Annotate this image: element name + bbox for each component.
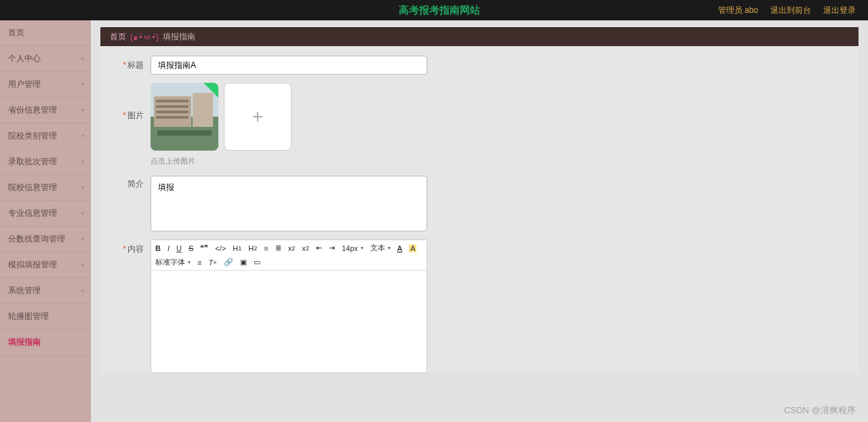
svg-rect-4 — [156, 100, 189, 102]
italic-icon[interactable]: I — [167, 244, 170, 252]
chevron-down-icon: ▾ — [81, 107, 84, 113]
chevron-down-icon: ▾ — [81, 236, 84, 242]
unordered-list-icon[interactable]: ≣ — [275, 244, 281, 252]
svg-rect-7 — [156, 116, 189, 119]
chevron-down-icon: ▾ — [81, 133, 84, 139]
sidebar-item-label: 分数线查询管理 — [8, 233, 65, 245]
svg-rect-6 — [156, 111, 189, 113]
sidebar-item-label: 轮播图管理 — [8, 311, 49, 322]
uploaded-thumbnail[interactable] — [151, 83, 218, 151]
sidebar-item-label: 模拟填报管理 — [8, 259, 57, 271]
intro-label: 简介 — [127, 179, 144, 189]
sidebar-item-school-info[interactable]: 院校信息管理▾ — [0, 175, 91, 201]
intro-textarea[interactable]: 填报 — [151, 176, 427, 231]
video-icon[interactable]: ▭ — [254, 258, 260, 267]
subscript-icon[interactable]: x2 — [288, 244, 296, 252]
ordered-list-icon[interactable]: ≡ — [264, 244, 268, 252]
bold-icon[interactable]: B — [155, 244, 161, 252]
svg-rect-5 — [156, 105, 189, 108]
chevron-down-icon: ▾ — [81, 262, 84, 268]
sidebar-item-label: 首页 — [8, 27, 24, 39]
site-title: 高考报考指南网站 — [399, 4, 480, 17]
h2-icon[interactable]: H2 — [248, 244, 257, 252]
font-color-icon[interactable]: A — [397, 244, 402, 252]
sidebar-item-label: 院校信息管理 — [8, 182, 57, 193]
font-size-select[interactable]: 14px▾ — [342, 244, 363, 252]
title-input[interactable] — [151, 56, 427, 75]
chevron-down-icon: ▾ — [81, 210, 84, 216]
sidebar: 首页 个人中心▾ 用户管理▾ 省份信息管理▾ 院校类别管理▾ 录取批次管理▾ 院… — [0, 20, 91, 422]
chevron-down-icon: ▾ — [81, 288, 84, 294]
strike-icon[interactable]: S — [189, 244, 193, 252]
sidebar-item-score[interactable]: 分数线查询管理▾ — [0, 227, 91, 252]
success-badge-icon — [203, 83, 218, 98]
logout-link[interactable]: 退出登录 — [823, 5, 856, 16]
sidebar-item-label: 系统管理 — [8, 285, 41, 296]
font-family-select[interactable]: 标准字体▾ — [155, 257, 191, 267]
breadcrumb-current: 填报指南 — [163, 31, 195, 43]
rich-editor: B I U S ❝❞ </> H1 H2 ≡ ≣ x2 x2 ⇤ ⇥ 14px▾… — [151, 239, 427, 373]
sidebar-item-label: 省份信息管理 — [8, 104, 57, 116]
upload-hint: 点击上传图片 — [151, 156, 849, 166]
outdent-icon[interactable]: ⇥ — [329, 244, 335, 252]
chevron-down-icon: ▾ — [81, 159, 84, 165]
plus-icon: + — [252, 106, 263, 128]
admin-label[interactable]: 管理员 abo — [718, 5, 758, 16]
sidebar-item-carousel[interactable]: 轮播图管理 — [0, 304, 91, 330]
editor-toolbar: B I U S ❝❞ </> H1 H2 ≡ ≣ x2 x2 ⇤ ⇥ 14px▾… — [151, 240, 427, 271]
clear-format-icon[interactable]: T× — [208, 258, 216, 267]
to-front-link[interactable]: 退出到前台 — [770, 5, 811, 16]
sidebar-item-profile[interactable]: 个人中心▾ — [0, 46, 91, 72]
underline-icon[interactable]: U — [176, 244, 182, 252]
sidebar-item-label: 院校类别管理 — [8, 130, 57, 142]
breadcrumb-home[interactable]: 首页 — [110, 31, 126, 43]
svg-rect-3 — [193, 93, 213, 127]
sidebar-item-batch[interactable]: 录取批次管理▾ — [0, 149, 91, 175]
bg-color-icon[interactable]: A — [409, 244, 416, 252]
sidebar-item-label: 专业信息管理 — [8, 208, 57, 219]
indent-icon[interactable]: ⇤ — [316, 244, 322, 252]
sidebar-item-label: 填报指南 — [8, 337, 41, 348]
sidebar-item-school-type[interactable]: 院校类别管理▾ — [0, 123, 91, 149]
h1-icon[interactable]: H1 — [233, 244, 241, 252]
sidebar-item-label: 用户管理 — [8, 79, 41, 90]
link-icon[interactable]: 🔗 — [224, 258, 233, 267]
editor-body[interactable] — [151, 271, 427, 372]
text-type-select[interactable]: 文本▾ — [370, 243, 391, 253]
sidebar-item-system[interactable]: 系统管理▾ — [0, 278, 91, 304]
quote-icon[interactable]: ❝❞ — [200, 244, 208, 252]
chevron-down-icon: ▾ — [81, 81, 84, 88]
breadcrumb-face: (๑•̀ㅂ•́) — [130, 31, 159, 43]
chevron-down-icon: ▾ — [81, 185, 84, 191]
chevron-down-icon: ▾ — [81, 56, 84, 62]
image-icon[interactable]: ▣ — [240, 258, 247, 267]
title-label: 标题 — [127, 60, 144, 70]
sidebar-item-label: 个人中心 — [8, 53, 41, 64]
breadcrumb: 首页 (๑•̀ㅂ•́) 填报指南 — [100, 27, 859, 46]
svg-rect-8 — [157, 130, 212, 136]
sidebar-item-label: 录取批次管理 — [8, 156, 57, 168]
watermark: CSDN @清爽程序 — [784, 404, 856, 417]
sidebar-item-province[interactable]: 省份信息管理▾ — [0, 98, 91, 123]
superscript-icon[interactable]: x2 — [302, 244, 309, 252]
code-icon[interactable]: </> — [215, 244, 226, 252]
upload-add-button[interactable]: + — [224, 83, 292, 151]
align-icon[interactable]: ≡ — [197, 258, 201, 267]
image-label: 图片 — [127, 111, 144, 120]
sidebar-item-simulate[interactable]: 模拟填报管理▾ — [0, 252, 91, 278]
sidebar-item-home[interactable]: 首页 — [0, 20, 91, 46]
sidebar-item-major[interactable]: 专业信息管理▾ — [0, 201, 91, 227]
sidebar-item-guide[interactable]: 填报指南 — [0, 330, 91, 356]
sidebar-item-users[interactable]: 用户管理▾ — [0, 72, 91, 98]
content-label: 内容 — [127, 244, 144, 254]
